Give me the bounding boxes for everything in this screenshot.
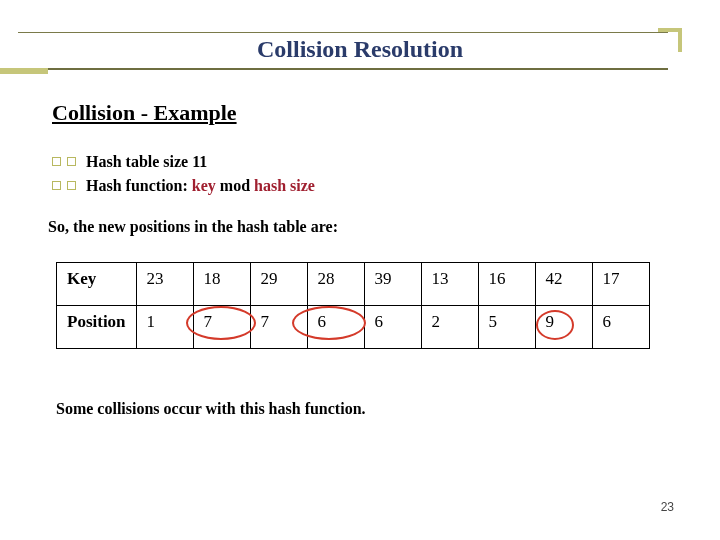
table-row: Key 23 18 29 28 39 13 16 42 17: [57, 263, 650, 306]
title-rule-top: [18, 32, 668, 33]
table-cell: 6: [307, 306, 364, 349]
slide-title: Collision Resolution: [251, 36, 469, 63]
table-cell: 39: [364, 263, 421, 306]
bullet-marker-icon: [52, 157, 61, 166]
table-cell: 7: [250, 306, 307, 349]
table-cell: 6: [364, 306, 421, 349]
title-band: Collision Resolution: [0, 36, 720, 63]
bullet-marker-icon: [67, 157, 76, 166]
bullet-text-mid: mod: [220, 177, 254, 194]
title-rule-bottom: [18, 68, 668, 70]
table-cell: 13: [421, 263, 478, 306]
slide-number: 23: [661, 500, 674, 514]
intro-paragraph: So, the new positions in the hash table …: [48, 218, 338, 236]
table-cell: 2: [421, 306, 478, 349]
table-cell: 1: [136, 306, 193, 349]
bullet-text: Hash table size 11: [86, 153, 207, 170]
table-cell: 16: [478, 263, 535, 306]
bullet-item: Hash table size 11: [52, 150, 315, 174]
row-header-key: Key: [57, 263, 137, 306]
table-cell: 6: [592, 306, 649, 349]
bullet-marker-icon: [67, 181, 76, 190]
table-cell: 18: [193, 263, 250, 306]
table-row: Position 1 7 7 6 6 2 5 9 6: [57, 306, 650, 349]
table-cell: 17: [592, 263, 649, 306]
table-cell: 5: [478, 306, 535, 349]
conclusion-paragraph: Some collisions occur with this hash fun…: [56, 400, 366, 418]
title-rule-stub: [0, 68, 48, 74]
table-cell: 23: [136, 263, 193, 306]
bullet-list: Hash table size 11 Hash function: key mo…: [52, 150, 315, 198]
bullet-accent-hashsize: hash size: [254, 177, 315, 194]
table-cell: 29: [250, 263, 307, 306]
table-cell: 7: [193, 306, 250, 349]
row-header-position: Position: [57, 306, 137, 349]
bullet-accent-key: key: [192, 177, 216, 194]
hash-table: Key 23 18 29 28 39 13 16 42 17 Position …: [56, 262, 650, 349]
table-cell: 9: [535, 306, 592, 349]
section-heading: Collision - Example: [52, 100, 237, 126]
bullet-text-prefix: Hash function:: [86, 177, 192, 194]
table-cell: 28: [307, 263, 364, 306]
bullet-item: Hash function: key mod hash size: [52, 174, 315, 198]
table-cell: 42: [535, 263, 592, 306]
hash-table-wrap: Key 23 18 29 28 39 13 16 42 17 Position …: [56, 262, 650, 349]
bullet-marker-icon: [52, 181, 61, 190]
